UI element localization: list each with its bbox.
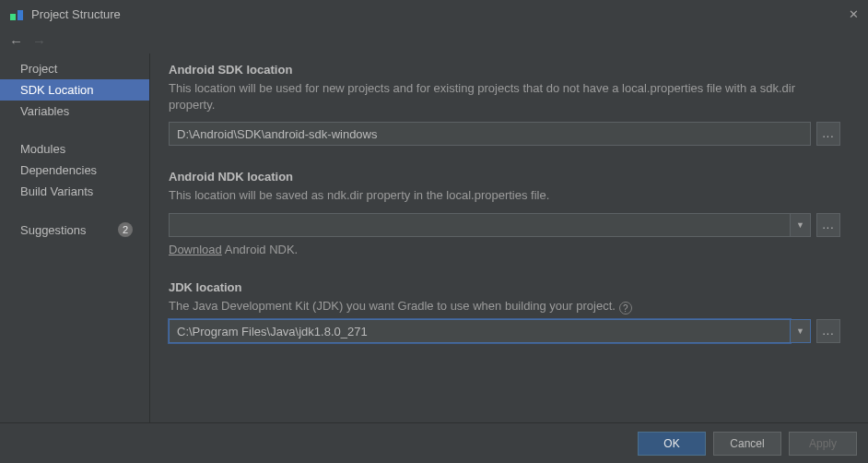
ndk-description: This location will be saved as ndk.dir p…: [169, 187, 840, 204]
section-sdk: Android SDK location This location will …: [169, 63, 840, 146]
ndk-browse-button[interactable]: ...: [816, 213, 840, 237]
svg-rect-0: [10, 14, 16, 20]
jdk-browse-button[interactable]: ...: [816, 319, 840, 343]
ndk-location-input[interactable]: [169, 213, 791, 237]
sidebar-item-variables[interactable]: Variables: [0, 101, 149, 122]
sidebar-item-build-variants[interactable]: Build Variants: [0, 181, 149, 202]
sidebar-item-dependencies[interactable]: Dependencies: [0, 160, 149, 181]
download-ndk-link[interactable]: Download: [169, 243, 222, 256]
jdk-description: The Java Development Kit (JDK) you want …: [169, 298, 616, 315]
chevron-down-icon: ▼: [796, 220, 804, 230]
sdk-browse-button[interactable]: ...: [816, 122, 840, 146]
close-icon[interactable]: ✕: [837, 7, 859, 21]
window-title: Project Structure: [31, 7, 837, 21]
suggestions-badge: 2: [118, 222, 133, 237]
sidebar: Project SDK Location Variables Modules D…: [0, 53, 150, 422]
android-studio-icon: [9, 6, 24, 21]
dialog-footer: OK Cancel Apply: [0, 422, 868, 463]
ndk-download-rest: Android NDK.: [222, 243, 298, 256]
ndk-heading: Android NDK location: [169, 170, 840, 184]
section-jdk: JDK location The Java Development Kit (J…: [169, 280, 840, 344]
sidebar-item-label: Suggestions: [20, 223, 87, 237]
sdk-description: This location will be used for new proje…: [169, 80, 840, 113]
ok-button[interactable]: OK: [638, 432, 706, 456]
jdk-heading: JDK location: [169, 280, 840, 294]
nav-history: ← →: [0, 28, 868, 53]
ndk-dropdown-button[interactable]: ▼: [791, 213, 811, 237]
sidebar-item-label: Dependencies: [20, 163, 97, 177]
sidebar-item-project[interactable]: Project: [0, 58, 149, 79]
sidebar-item-label: Project: [20, 62, 57, 76]
sidebar-item-modules[interactable]: Modules: [0, 138, 149, 160]
sidebar-item-label: Variables: [20, 104, 69, 118]
sidebar-item-label: Build Variants: [20, 184, 93, 198]
forward-icon: →: [32, 34, 46, 48]
chevron-down-icon: ▼: [796, 326, 804, 336]
sidebar-item-sdk-location[interactable]: SDK Location: [0, 79, 149, 101]
sidebar-item-suggestions[interactable]: Suggestions 2: [0, 219, 149, 241]
jdk-dropdown-button[interactable]: ▼: [791, 319, 811, 343]
sdk-heading: Android SDK location: [169, 63, 840, 77]
ndk-download-line: Download Android NDK.: [169, 243, 840, 256]
jdk-location-input[interactable]: [169, 319, 791, 343]
back-icon[interactable]: ←: [9, 34, 23, 48]
svg-rect-1: [18, 10, 23, 20]
cancel-button[interactable]: Cancel: [713, 432, 781, 456]
apply-button[interactable]: Apply: [789, 432, 857, 456]
titlebar: Project Structure ✕: [0, 0, 868, 28]
sidebar-item-label: SDK Location: [20, 83, 94, 97]
sdk-location-input[interactable]: [169, 122, 811, 146]
content-panel: Android SDK location This location will …: [150, 53, 868, 422]
sidebar-item-label: Modules: [20, 142, 65, 156]
main-area: Project SDK Location Variables Modules D…: [0, 53, 868, 422]
section-ndk: Android NDK location This location will …: [169, 170, 840, 256]
help-icon[interactable]: ?: [619, 302, 632, 315]
